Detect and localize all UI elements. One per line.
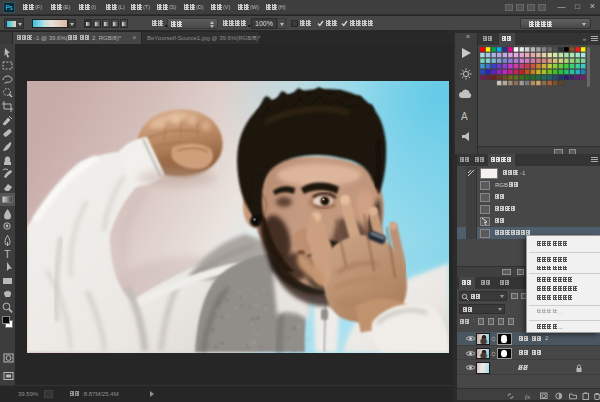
svg-text:fx: fx bbox=[525, 392, 531, 400]
svg-text:A: A bbox=[461, 111, 468, 122]
svg-text:T: T bbox=[4, 248, 11, 260]
